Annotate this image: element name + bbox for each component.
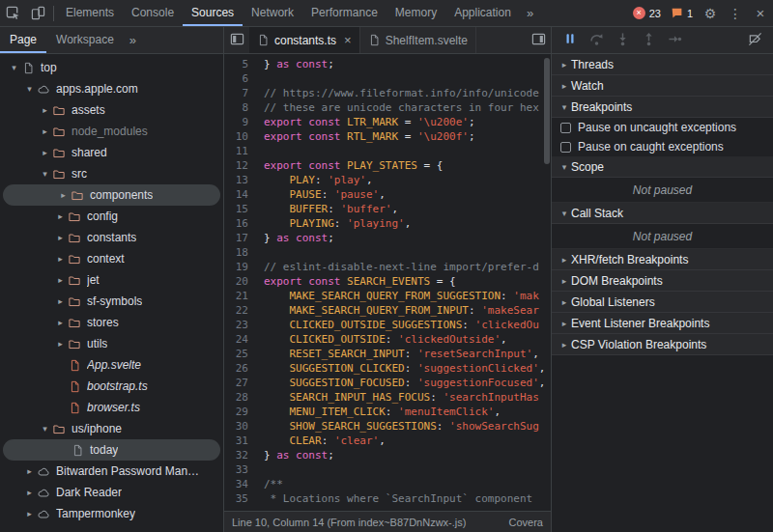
step-over-button[interactable] [584, 29, 609, 52]
line-number[interactable]: 14 [224, 187, 248, 202]
tree-item-bootstrap-ts[interactable]: bootstrap.ts [0, 376, 223, 397]
line-number[interactable]: 27 [224, 376, 248, 390]
editor-scrollbar[interactable] [542, 54, 551, 511]
section-header-scope[interactable]: ▾Scope [552, 156, 773, 178]
tab-network[interactable]: Network [243, 0, 302, 26]
chevron-right-icon[interactable]: ▸ [54, 211, 67, 221]
chevron-right-icon[interactable]: ▸ [39, 105, 51, 115]
line-number[interactable]: 26 [224, 361, 248, 376]
chevron-right-icon[interactable]: ▸ [54, 296, 67, 306]
chevron-down-icon[interactable]: ▾ [39, 169, 51, 179]
chevron-right-icon[interactable]: ▸ [54, 254, 67, 264]
tree-item-browser-ts[interactable]: browser.ts [0, 397, 223, 418]
section-header-csp-violation-breakpoints[interactable]: ▸CSP Violation Breakpoints [552, 334, 773, 355]
close-devtools-button[interactable]: × [748, 0, 773, 26]
line-number[interactable]: 7 [224, 86, 248, 100]
tree-item-sf-symbols[interactable]: ▸sf-symbols [0, 291, 223, 312]
tree-item-apps-apple-com[interactable]: ▾apps.apple.com [0, 78, 223, 99]
scrollbar-thumb[interactable] [544, 58, 550, 164]
line-number[interactable]: 19 [224, 260, 248, 274]
chevron-right-icon[interactable]: ▸ [39, 148, 51, 157]
tree-item-node-modules[interactable]: ▸node_modules [0, 121, 223, 142]
editor-tab-constants-ts[interactable]: constants.ts× [249, 27, 360, 53]
chevron-right-icon[interactable]: ▸ [54, 339, 67, 349]
tree-item-assets[interactable]: ▸assets [0, 99, 223, 121]
code-editor[interactable]: 5678910111213141516171819202122232425262… [224, 54, 551, 511]
line-number[interactable]: 13 [224, 173, 248, 187]
tree-item-bitwarden-password-man[interactable]: ▸Bitwarden Password Man… [0, 461, 223, 482]
checkbox-row-pause-on-caught-exceptions[interactable]: Pause on caught exceptions [552, 137, 773, 156]
tab-elements[interactable]: Elements [57, 0, 123, 26]
line-number[interactable]: 18 [224, 245, 248, 260]
line-number[interactable]: 30 [224, 419, 248, 434]
more-navigator-tabs-chevron[interactable]: » [124, 33, 142, 47]
checkbox-icon[interactable] [560, 142, 571, 153]
close-tab-icon[interactable]: × [344, 33, 352, 47]
checkbox-row-pause-on-uncaught-exceptions[interactable]: Pause on uncaught exceptions [552, 118, 773, 137]
tree-item-constants[interactable]: ▸constants [0, 227, 223, 248]
deactivate-breakpoints-button[interactable] [742, 29, 767, 52]
step-out-button[interactable] [636, 29, 661, 52]
tree-item-shared[interactable]: ▸shared [0, 142, 223, 163]
line-number[interactable]: 23 [224, 318, 248, 332]
line-number[interactable]: 35 [224, 491, 248, 506]
tree-item-context[interactable]: ▸context [0, 248, 223, 269]
settings-button[interactable]: ⚙ [698, 0, 723, 26]
tree-item-config[interactable]: ▸config [0, 206, 223, 227]
toggle-navigator-button[interactable] [224, 27, 249, 53]
section-header-xhr-fetch-breakpoints[interactable]: ▸XHR/fetch Breakpoints [552, 249, 773, 270]
line-number[interactable]: 20 [224, 274, 248, 289]
tree-item-utils[interactable]: ▸utils [0, 333, 223, 354]
chevron-down-icon[interactable]: ▾ [8, 63, 20, 72]
tree-item-components[interactable]: ▸components [3, 184, 220, 206]
chevron-right-icon[interactable]: ▸ [23, 509, 36, 518]
navigator-tab-page[interactable]: Page [0, 27, 46, 53]
line-number[interactable]: 31 [224, 434, 248, 448]
toggle-device-toolbar-button[interactable] [25, 0, 50, 26]
step-into-button[interactable] [610, 29, 635, 52]
line-number[interactable]: 12 [224, 158, 248, 173]
coverage-status[interactable]: Covera [509, 517, 543, 528]
tree-item-today[interactable]: today [3, 439, 220, 461]
chevron-right-icon[interactable]: ▸ [23, 488, 36, 497]
line-number[interactable]: 28 [224, 390, 248, 405]
more-panels-chevron[interactable]: » [520, 0, 540, 26]
section-header-dom-breakpoints[interactable]: ▸DOM Breakpoints [552, 270, 773, 292]
section-header-event-listener-breakpoints[interactable]: ▸Event Listener Breakpoints [552, 313, 773, 334]
line-number[interactable]: 8 [224, 100, 248, 115]
line-number[interactable]: 11 [224, 144, 248, 158]
line-number[interactable]: 15 [224, 202, 248, 216]
checkbox-icon[interactable] [560, 123, 571, 133]
line-number[interactable]: 10 [224, 129, 248, 144]
tab-console[interactable]: Console [123, 0, 183, 26]
navigator-tab-workspace[interactable]: Workspace [46, 27, 124, 53]
section-header-call-stack[interactable]: ▾Call Stack [552, 203, 773, 224]
line-number[interactable]: 32 [224, 448, 248, 462]
tree-item-src[interactable]: ▾src [0, 163, 223, 184]
line-number[interactable]: 6 [224, 71, 248, 86]
more-options-button[interactable]: ⋮ [723, 0, 748, 26]
line-number[interactable]: 22 [224, 303, 248, 318]
editor-tab-shelfitem-svelte[interactable]: ShelfItem.svelte [360, 27, 476, 53]
toggle-debugger-sidebar-button[interactable] [526, 27, 551, 53]
line-number[interactable]: 33 [224, 462, 248, 477]
line-number[interactable]: 34 [224, 477, 248, 491]
chevron-right-icon[interactable]: ▸ [54, 233, 67, 242]
tab-sources[interactable]: Sources [183, 0, 243, 26]
tree-item-app-svelte[interactable]: App.svelte [0, 354, 223, 376]
line-number[interactable]: 24 [224, 332, 248, 347]
line-number[interactable]: 21 [224, 289, 248, 303]
tree-item-tampermonkey[interactable]: ▸Tampermonkey [0, 503, 223, 524]
chevron-right-icon[interactable]: ▸ [54, 318, 67, 327]
line-number[interactable]: 16 [224, 216, 248, 231]
line-number[interactable]: 5 [224, 57, 248, 71]
tree-item-top[interactable]: ▾top [0, 57, 223, 78]
inspect-element-button[interactable] [0, 0, 25, 26]
section-header-breakpoints[interactable]: ▾Breakpoints [552, 97, 773, 118]
chevron-down-icon[interactable]: ▾ [23, 84, 36, 94]
section-header-global-listeners[interactable]: ▸Global Listeners [552, 292, 773, 313]
tree-item-jet[interactable]: ▸jet [0, 269, 223, 291]
step-button[interactable] [662, 29, 687, 52]
chevron-right-icon[interactable]: ▸ [57, 190, 70, 200]
tree-item-dark-reader[interactable]: ▸Dark Reader [0, 482, 223, 503]
